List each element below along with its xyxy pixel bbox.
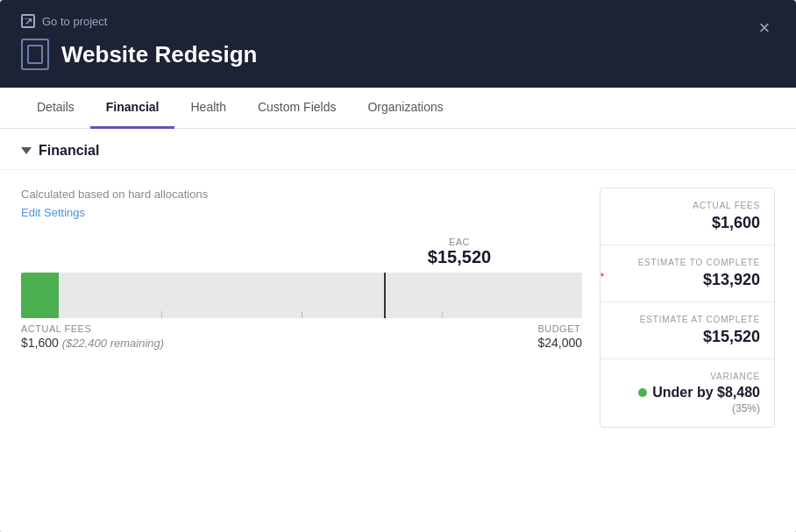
- chart-area: Calculated based on hard allocations Edi…: [21, 188, 582, 428]
- eac-label: EAC: [337, 237, 582, 247]
- bar-label-left-group: ACTUAL FEES $1,600 ($22,400 remaining): [21, 323, 164, 350]
- remaining-text: ($22,400 remaining): [62, 337, 164, 350]
- eac-label-area: EAC $15,520: [56, 237, 582, 267]
- modal-window: ↗ Go to project Website Redesign × Detai…: [0, 0, 796, 532]
- arrow-right-icon: →: [600, 264, 608, 284]
- go-to-project-label: Go to project: [42, 15, 107, 28]
- etc-value: $13,920: [638, 271, 760, 289]
- actual-fees-stat-label: ACTUAL FEES: [615, 201, 760, 210]
- close-icon: ×: [759, 17, 771, 39]
- etc-label: ESTIMATE TO COMPLETE: [638, 258, 760, 267]
- budget-label: BUDGET: [537, 323, 582, 334]
- budget-value: $24,000: [537, 336, 582, 350]
- eac-stat-label: ESTIMATE AT COMPLETE: [615, 315, 760, 324]
- project-title-row: Website Redesign: [21, 39, 775, 70]
- variance-pct: (35%): [615, 402, 760, 415]
- tick-3: [442, 311, 443, 318]
- go-to-project-link[interactable]: ↗ Go to project: [21, 14, 775, 28]
- chevron-down-icon[interactable]: [21, 147, 32, 154]
- bar-label-right-group: BUDGET $24,000: [537, 323, 582, 350]
- bar-chart-container: ACTUAL FEES $1,600 ($22,400 remaining) B…: [21, 273, 582, 350]
- tab-organizations[interactable]: Organizations: [352, 88, 458, 129]
- bar-track: [21, 273, 582, 318]
- project-title: Website Redesign: [61, 41, 257, 68]
- tab-health[interactable]: Health: [174, 88, 241, 129]
- section-title: Financial: [39, 143, 99, 159]
- tabs-bar: Details Financial Health Custom Fields O…: [0, 88, 796, 129]
- etc-content: ESTIMATE TO COMPLETE $13,920: [638, 258, 760, 289]
- bar-labels: ACTUAL FEES $1,600 ($22,400 remaining) B…: [21, 323, 582, 350]
- modal-header: ↗ Go to project Website Redesign ×: [0, 0, 796, 88]
- financial-section-header: Financial: [0, 129, 796, 170]
- stat-variance: VARIANCE Under by $8,480 (35%): [601, 359, 774, 427]
- close-button[interactable]: ×: [750, 14, 778, 42]
- project-icon-inner: [27, 45, 43, 64]
- actual-fees-value-left: $1,600 ($22,400 remaining): [21, 336, 164, 350]
- edit-settings-link[interactable]: Edit Settings: [21, 206, 85, 219]
- variance-label: VARIANCE: [615, 372, 760, 381]
- actual-fees-label: ACTUAL FEES: [21, 323, 164, 334]
- actual-fees-stat-value: $1,600: [615, 214, 760, 232]
- modal-content: Financial Calculated based on hard alloc…: [0, 129, 796, 532]
- bar-fill-actual: [21, 273, 59, 318]
- tick-2: [302, 311, 302, 318]
- tick-1: [161, 311, 162, 318]
- variance-indicator-dot: [638, 388, 647, 397]
- stats-panel: ACTUAL FEES $1,600 → ESTIMATE TO COMPLET…: [600, 188, 775, 428]
- eac-stat-value: $15,520: [615, 328, 760, 346]
- eac-marker-line: [384, 273, 386, 318]
- variance-content: Under by $8,480: [615, 385, 760, 401]
- go-to-project-icon: ↗: [21, 14, 35, 28]
- tab-details[interactable]: Details: [21, 88, 90, 129]
- tab-financial[interactable]: Financial: [90, 88, 175, 129]
- calc-note: Calculated based on hard allocations: [21, 188, 582, 201]
- variance-value: Under by $8,480: [652, 385, 760, 401]
- eac-chart-value: $15,520: [337, 247, 582, 267]
- project-icon: [21, 39, 49, 70]
- financial-body: Calculated based on hard allocations Edi…: [0, 170, 796, 445]
- tab-custom-fields[interactable]: Custom Fields: [242, 88, 352, 129]
- stat-etc: → ESTIMATE TO COMPLETE $13,920: [601, 245, 774, 302]
- stat-actual-fees: ACTUAL FEES $1,600: [601, 188, 774, 245]
- stat-eac: ESTIMATE AT COMPLETE $15,520: [601, 302, 774, 359]
